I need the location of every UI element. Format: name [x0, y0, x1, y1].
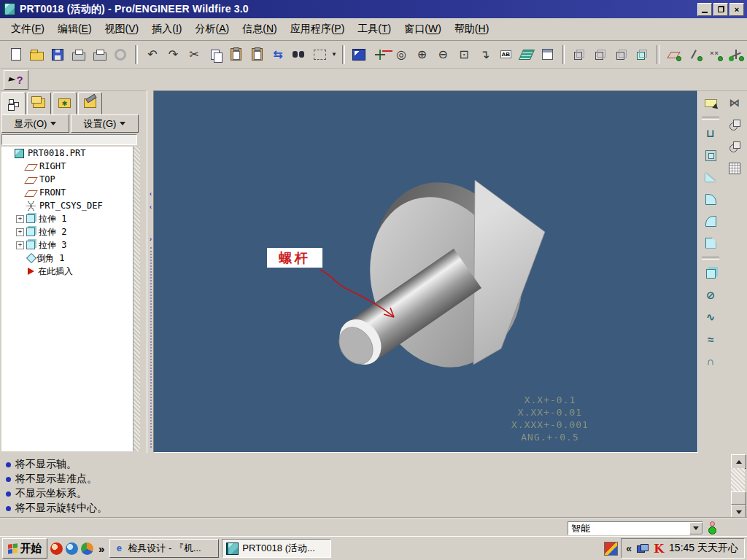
chamfer-tool-button[interactable]: [701, 233, 720, 252]
scroll-up-button[interactable]: [731, 454, 746, 469]
csys-toggle[interactable]: [727, 44, 747, 65]
title-bar[interactable]: PRT0018 (活动的) - Pro/ENGINEER Wildfire 3.…: [0, 0, 747, 18]
network-tray-icon[interactable]: [637, 544, 649, 553]
sketch-tool-button[interactable]: [701, 93, 720, 112]
quick-launch-icon-1[interactable]: [50, 542, 63, 555]
task-button-browser[interactable]: e 检具设计 - 『机...: [109, 539, 219, 558]
save-copy-button[interactable]: [90, 44, 110, 65]
spin-center-button[interactable]: [370, 44, 390, 65]
undo-button[interactable]: ↶: [142, 44, 163, 65]
show-dropdown-button[interactable]: 显示(O): [1, 114, 69, 133]
tree-item[interactable]: + FRONT: [1, 186, 133, 199]
tray-chevron[interactable]: «: [626, 542, 632, 554]
message-scrollbar[interactable]: [729, 454, 746, 518]
menu-item[interactable]: 编辑(E): [51, 20, 98, 39]
select-box-button[interactable]: [310, 44, 330, 65]
quick-launch-icon-3[interactable]: [81, 542, 93, 555]
minimize-button[interactable]: [697, 3, 712, 16]
menu-item[interactable]: 信息(N): [236, 20, 283, 39]
combo-dropdown-arrow[interactable]: [689, 522, 703, 534]
quick-launch-icon-2[interactable]: [66, 542, 78, 555]
datum-planes-toggle[interactable]: [664, 44, 684, 65]
expand-toggle[interactable]: +: [16, 228, 24, 236]
new-file-button[interactable]: [6, 44, 26, 65]
named-views-button[interactable]: AB: [495, 44, 516, 65]
scroll-down-button[interactable]: [731, 505, 746, 519]
tree-scrollbar[interactable]: [133, 147, 140, 451]
paste-special-button[interactable]: [247, 44, 267, 65]
no-hidden-button[interactable]: [611, 44, 632, 65]
save-button[interactable]: [47, 44, 68, 65]
find-button[interactable]: [289, 44, 309, 65]
style-tool-button[interactable]: ∩: [701, 351, 720, 370]
redo-button[interactable]: ↷: [163, 44, 184, 65]
tab-connections[interactable]: [78, 92, 102, 114]
start-button[interactable]: 开始: [2, 538, 47, 559]
repaint-button[interactable]: [349, 44, 370, 65]
print-button[interactable]: [69, 44, 89, 65]
tree-item[interactable]: + PRT_CSYS_DEF: [1, 199, 133, 212]
pattern-tool-button[interactable]: [725, 115, 744, 134]
task-button-proe[interactable]: PRT0018 (活动...: [222, 539, 331, 558]
tree-item[interactable]: + 倒角 1: [1, 252, 133, 265]
array-tool-button[interactable]: [725, 159, 744, 178]
datum-axes-toggle[interactable]: [685, 44, 705, 65]
menu-item[interactable]: 插入(I): [145, 20, 188, 39]
menu-item[interactable]: 文件(F): [4, 20, 51, 39]
merge-tool-button[interactable]: ⋈: [725, 93, 744, 112]
ime-icon[interactable]: [604, 542, 618, 556]
blend-tool-button[interactable]: ≈: [701, 330, 720, 349]
antivirus-tray-icon[interactable]: K: [654, 542, 664, 556]
hole-tool-button[interactable]: ⊔: [701, 124, 720, 143]
shell-tool-button[interactable]: [701, 146, 720, 165]
tree-filter-box[interactable]: [1, 134, 137, 145]
menu-item[interactable]: 帮助(H): [448, 20, 495, 39]
view-manager-button[interactable]: [538, 44, 558, 65]
expand-toggle[interactable]: +: [16, 215, 24, 223]
menu-item[interactable]: 视图(V): [98, 20, 146, 39]
tab-favorites[interactable]: ✱: [53, 92, 77, 114]
menu-item[interactable]: 工具(T): [351, 20, 398, 39]
menu-item[interactable]: 分析(A): [189, 20, 236, 39]
restore-button[interactable]: [713, 3, 728, 16]
settings-dropdown-button[interactable]: 设置(G): [71, 114, 139, 133]
menu-item[interactable]: 应用程序(P): [284, 20, 352, 39]
round-tool-button[interactable]: [701, 190, 720, 209]
scrollbar-thumb[interactable]: [731, 491, 746, 505]
zoom-out-button[interactable]: ⊖: [433, 44, 453, 65]
menu-item[interactable]: 窗口(W): [398, 20, 448, 39]
draft-tool-button[interactable]: [701, 168, 720, 187]
tree-item[interactable]: + 在此插入: [1, 265, 133, 278]
expand-toggle[interactable]: +: [16, 241, 24, 249]
quick-launch-chevron[interactable]: »: [98, 542, 104, 555]
tree-item[interactable]: + PRT0018.PRT: [1, 147, 133, 160]
layers-button[interactable]: [516, 44, 537, 65]
auto-round-tool-button[interactable]: [701, 211, 720, 230]
shading-button[interactable]: [632, 44, 652, 65]
close-button[interactable]: ×: [729, 3, 744, 16]
send-mail-button[interactable]: [110, 44, 131, 65]
saved-views-button[interactable]: ↴: [475, 44, 495, 65]
extrude-tool-button[interactable]: [701, 264, 720, 283]
revolve-tool-button[interactable]: ⊘: [701, 286, 720, 305]
context-help-button[interactable]: ?: [4, 70, 28, 90]
tree-item[interactable]: + 拉伸 3: [1, 238, 133, 252]
tree-item[interactable]: + 拉伸 1: [1, 212, 133, 225]
zoom-in-button[interactable]: ⊕: [412, 44, 433, 65]
sweep-tool-button[interactable]: ∿: [701, 308, 720, 327]
tree-item[interactable]: + TOP: [1, 173, 133, 186]
selection-filter-combo[interactable]: 智能: [568, 521, 703, 535]
copy-geometry-button[interactable]: [725, 137, 744, 156]
tab-folder-browser[interactable]: [27, 92, 51, 114]
tab-model-tree[interactable]: [1, 92, 26, 116]
refit-button[interactable]: ⊡: [454, 44, 474, 65]
copy-button[interactable]: [205, 44, 225, 65]
regenerate-button[interactable]: ⇆: [268, 44, 288, 65]
open-button[interactable]: [27, 44, 47, 65]
paste-button[interactable]: [226, 44, 247, 65]
tree-item[interactable]: + RIGHT: [1, 160, 133, 173]
orient-mode-button[interactable]: ◎: [391, 44, 411, 65]
cut-button[interactable]: ✂: [184, 44, 204, 65]
wireframe-button[interactable]: [569, 44, 589, 65]
tree-item[interactable]: + 拉伸 2: [1, 225, 133, 238]
